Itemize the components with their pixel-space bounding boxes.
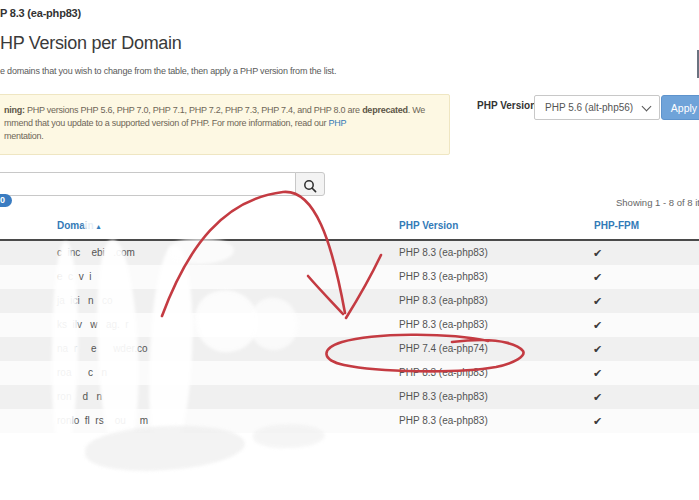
apply-button[interactable]: Apply bbox=[661, 95, 699, 120]
php-version-cell: PHP 8.3 (ea-php83) bbox=[399, 241, 488, 265]
php-version-cell: PHP 7.4 (ea-php74) bbox=[399, 337, 488, 361]
multiphp-manager-page: P 8.3 (ea-php83) HP Version per Domain e… bbox=[0, 0, 699, 500]
php-version-cell: PHP 8.3 (ea-php83) bbox=[399, 313, 488, 337]
php-version-select[interactable]: PHP 5.6 (alt-php56) bbox=[534, 95, 660, 120]
deprecation-warning-callout: ning: PHP versions PHP 5.6, PHP 7.0, PHP… bbox=[0, 94, 450, 155]
php-fpm-checkmark-icon: ✔ bbox=[593, 409, 602, 433]
php-documentation-link[interactable]: PHP bbox=[329, 118, 347, 128]
warning-text-4: mentation. bbox=[4, 131, 44, 141]
warning-line-1: ning: PHP versions PHP 5.6, PHP 7.0, PHP… bbox=[4, 104, 441, 117]
redaction-smudge bbox=[84, 219, 97, 231]
php-fpm-checkmark-icon: ✔ bbox=[593, 361, 602, 385]
php-fpm-checkmark-icon: ✔ bbox=[593, 385, 602, 409]
php-fpm-checkmark-icon: ✔ bbox=[593, 289, 602, 313]
php-version-select-label: PHP Version bbox=[477, 100, 536, 111]
warning-bold-deprecated: deprecated bbox=[362, 105, 408, 115]
table-header-row: Domain ▲ PHP Version PHP-FPM bbox=[0, 215, 699, 239]
warning-text-3: mmend that you update to a supported ver… bbox=[4, 118, 329, 128]
selected-count-badge: 0 bbox=[0, 194, 12, 207]
php-version-cell: PHP 8.3 (ea-php83) bbox=[399, 385, 488, 409]
search-icon bbox=[303, 179, 317, 193]
warning-bold-lead: ning: bbox=[4, 105, 25, 115]
php-version-cell: PHP 8.3 (ea-php83) bbox=[399, 289, 488, 313]
php-version-cell: PHP 8.3 (ea-php83) bbox=[399, 409, 488, 433]
search-button[interactable] bbox=[295, 172, 325, 196]
column-header-php-fpm[interactable]: PHP-FPM bbox=[594, 220, 639, 231]
warning-line-3: mentation. bbox=[4, 130, 441, 143]
column-header-php-version[interactable]: PHP Version bbox=[399, 220, 458, 231]
warning-line-2: mmend that you update to a supported ver… bbox=[4, 117, 441, 130]
redaction-smudge bbox=[253, 423, 326, 449]
php-fpm-checkmark-icon: ✔ bbox=[593, 313, 602, 337]
warning-text-1: PHP versions PHP 5.6, PHP 7.0, PHP 7.1, … bbox=[25, 105, 362, 115]
search-input[interactable] bbox=[0, 172, 296, 196]
page-title: HP Version per Domain bbox=[0, 33, 181, 54]
php-fpm-checkmark-icon: ✔ bbox=[593, 265, 602, 289]
php-fpm-checkmark-icon: ✔ bbox=[593, 337, 602, 361]
page-subtitle: e domains that you wish to change from t… bbox=[0, 66, 336, 76]
php-version-cell: PHP 8.3 (ea-php83) bbox=[399, 265, 488, 289]
chevron-down-icon bbox=[642, 102, 652, 112]
warning-text-2: . We bbox=[408, 105, 425, 115]
php-version-cell: PHP 8.3 (ea-php83) bbox=[399, 361, 488, 385]
php-version-select-value: PHP 5.6 (alt-php56) bbox=[545, 96, 633, 119]
current-php-version-label: P 8.3 (ea-php83) bbox=[0, 7, 81, 19]
showing-items-text: Showing 1 - 8 of 8 items bbox=[616, 197, 699, 208]
php-fpm-checkmark-icon: ✔ bbox=[593, 241, 602, 265]
